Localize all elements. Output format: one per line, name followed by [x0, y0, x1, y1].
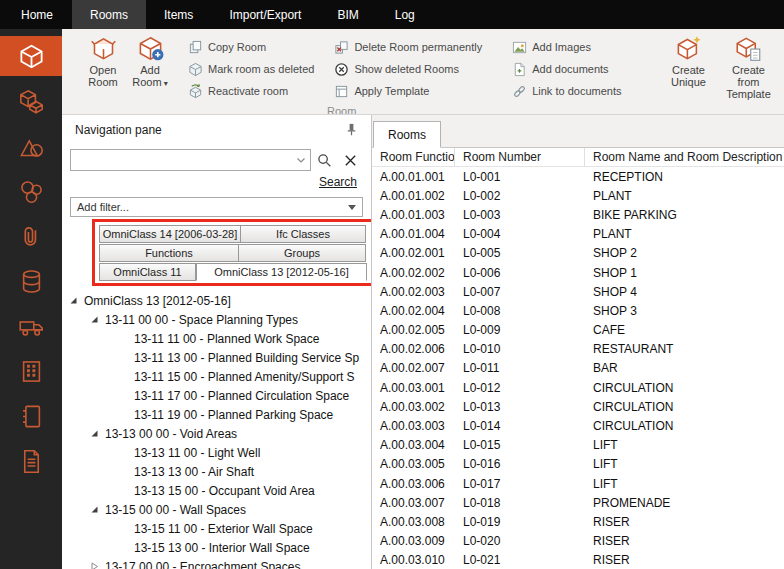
room-number-cell: L0-001 — [455, 170, 585, 184]
table-row[interactable]: A.00.02.004 L0-008 SHOP 3 — [372, 301, 784, 320]
apply-template-button[interactable]: Apply Template — [334, 83, 482, 99]
table-row[interactable]: A.00.03.005 L0-016 LIFT — [372, 455, 784, 474]
reactivate-room-button[interactable]: Reactivate room — [188, 83, 314, 99]
table-row[interactable]: A.00.03.008 L0-019 RISER — [372, 512, 784, 531]
add-room-button[interactable]: Add Room▾ — [129, 32, 171, 90]
table-row[interactable]: A.00.03.004 L0-015 LIFT — [372, 436, 784, 455]
sidebar-item-buildings[interactable] — [0, 351, 62, 391]
table-row[interactable]: A.00.03.010 L0-021 RISER — [372, 551, 784, 569]
tree-item[interactable]: 13-11 11 00 - Planned Work Space — [62, 329, 371, 348]
create-unique-button[interactable]: Create Unique — [659, 32, 717, 88]
column-header-room-name[interactable]: Room Name and Room Description — [585, 148, 784, 166]
tree-item[interactable]: 13-15 13 00 - Interior Wall Space — [62, 538, 371, 557]
table-row[interactable]: A.00.02.003 L0-007 SHOP 4 — [372, 282, 784, 301]
menu-item-items[interactable]: Items — [146, 0, 211, 29]
link-to-documents-button[interactable]: Link to documents — [512, 83, 621, 99]
column-header-room-number[interactable]: Room Number — [455, 148, 585, 166]
room-number-cell: L0-002 — [455, 189, 585, 203]
sidebar-item-data[interactable] — [0, 261, 62, 301]
tree-item[interactable]: 13-13 11 00 - Light Well — [62, 443, 371, 462]
add-filter-dropdown[interactable]: Add filter... — [70, 197, 363, 217]
pin-icon[interactable] — [344, 122, 359, 137]
add-images-button[interactable]: Add Images — [512, 39, 621, 55]
table-row[interactable]: A.00.03.007 L0-018 PROMENADE — [372, 493, 784, 512]
tab-omniclass-11[interactable]: OmniClass 11 — [99, 263, 196, 281]
tree-item[interactable]: 13-17 00 00 - Encroachment Spaces — [62, 557, 371, 569]
tree-item[interactable]: 13-11 17 00 - Planned Circulation Space — [62, 386, 371, 405]
sidebar-item-shapes[interactable] — [0, 126, 62, 166]
room-number-cell: L0-012 — [455, 381, 585, 395]
tree-item[interactable]: 13-13 15 00 - Occupant Void Area — [62, 481, 371, 500]
menu-item-bim[interactable]: BIM — [319, 0, 376, 29]
tree-item[interactable]: 13-11 15 00 - Planned Amenity/Support S — [62, 367, 371, 386]
search-history-chevron-icon[interactable] — [296, 157, 306, 164]
table-row[interactable]: A.00.02.007 L0-011 BAR — [372, 359, 784, 378]
expander-expanded-icon[interactable] — [69, 296, 78, 305]
sidebar-item-logistics[interactable] — [0, 306, 62, 346]
menu-item-log[interactable]: Log — [377, 0, 433, 29]
search-input[interactable] — [75, 153, 296, 167]
column-header-room-function[interactable]: Room Function #: — [372, 148, 455, 166]
tree-item-label: 13-15 13 00 - Interior Wall Space — [134, 541, 310, 555]
table-row[interactable]: A.00.03.002 L0-013 CIRCULATION — [372, 397, 784, 416]
room-name-cell: PLANT — [585, 189, 784, 203]
tab-omniclass-14[interactable]: OmniClass 14 [2006-03-28] — [99, 225, 241, 243]
tree-item[interactable]: 13-11 00 00 - Space Planning Types — [62, 310, 371, 329]
table-row[interactable]: A.00.02.002 L0-006 SHOP 1 — [372, 263, 784, 282]
tab-ifc-classes[interactable]: Ifc Classes — [240, 225, 366, 243]
menu-item-rooms[interactable]: Rooms — [72, 0, 146, 29]
sidebar-item-rooms[interactable] — [0, 36, 62, 76]
document-tabstrip: Rooms — [372, 115, 784, 148]
table-row[interactable]: A.00.02.005 L0-009 CAFE — [372, 321, 784, 340]
tree-item[interactable]: OmniClass 13 [2012-05-16] — [62, 291, 371, 310]
delete-room-permanently-button[interactable]: Delete Room permanently — [334, 39, 482, 55]
sidebar-item-attachments[interactable] — [0, 216, 62, 256]
menu-item-home[interactable]: Home — [0, 0, 72, 29]
tab-omniclass-13[interactable]: OmniClass 13 [2012-05-16] — [196, 263, 367, 281]
create-derived-label: Create Derived — [779, 64, 784, 88]
show-deleted-rooms-button[interactable]: Show deleted Rooms — [334, 61, 482, 77]
expander-expanded-icon[interactable] — [90, 315, 99, 324]
tree-item[interactable]: 13-13 13 00 - Air Shaft — [62, 462, 371, 481]
tree-item-label: 13-15 00 00 - Wall Spaces — [105, 503, 246, 517]
search-button[interactable] — [311, 149, 337, 171]
table-row[interactable]: A.00.02.001 L0-005 SHOP 2 — [372, 244, 784, 263]
sidebar-item-items[interactable] — [0, 81, 62, 121]
table-row[interactable]: A.00.01.003 L0-003 BIKE PARKING — [372, 205, 784, 224]
room-function-cell: A.00.02.005 — [372, 323, 455, 337]
table-row[interactable]: A.00.01.001 L0-001 RECEPTION — [372, 167, 784, 186]
expander-expanded-icon[interactable] — [90, 505, 99, 514]
tree-item[interactable]: 13-11 19 00 - Planned Parking Space — [62, 405, 371, 424]
table-row[interactable]: A.00.03.001 L0-012 CIRCULATION — [372, 378, 784, 397]
table-row[interactable]: A.00.03.006 L0-017 LIFT — [372, 474, 784, 493]
table-row[interactable]: A.00.01.004 L0-004 PLANT — [372, 225, 784, 244]
table-row[interactable]: A.00.03.003 L0-014 CIRCULATION — [372, 416, 784, 435]
add-documents-button[interactable]: Add documents — [512, 61, 621, 77]
tree-item[interactable]: 13-13 00 00 - Void Areas — [62, 424, 371, 443]
menu-item-import-export[interactable]: Import/Export — [211, 0, 319, 29]
tab-groups[interactable]: Groups — [238, 244, 366, 262]
room-function-cell: A.00.02.001 — [372, 246, 455, 260]
copy-room-button[interactable]: Copy Room — [188, 39, 314, 55]
tab-functions[interactable]: Functions — [99, 244, 239, 262]
table-row[interactable]: A.00.02.006 L0-010 RESTAURANT — [372, 340, 784, 359]
expander-collapsed-icon[interactable] — [90, 562, 99, 569]
table-row[interactable]: A.00.03.009 L0-020 RISER — [372, 532, 784, 551]
dropdown-arrow-icon: ▾ — [164, 79, 168, 88]
tree-item[interactable]: 13-11 13 00 - Planned Building Service S… — [62, 348, 371, 367]
tree-item[interactable]: 13-15 00 00 - Wall Spaces — [62, 500, 371, 519]
search-link[interactable]: Search — [319, 175, 357, 189]
table-row[interactable]: A.00.01.002 L0-002 PLANT — [372, 186, 784, 205]
create-derived-button[interactable]: Create Derived — [779, 32, 784, 88]
rooms-table-body: A.00.01.001 L0-001 RECEPTION A.00.01.002… — [372, 167, 784, 569]
open-room-button[interactable]: Open Room — [82, 32, 124, 88]
sidebar-item-catalog[interactable] — [0, 396, 62, 436]
expander-expanded-icon[interactable] — [90, 429, 99, 438]
tree-item[interactable]: 13-15 11 00 - Exterior Wall Space — [62, 519, 371, 538]
create-from-template-button[interactable]: Create from Template — [719, 32, 777, 100]
mark-room-deleted-button[interactable]: Mark room as deleted — [188, 61, 314, 77]
clear-search-button[interactable] — [337, 149, 363, 171]
sidebar-item-notes[interactable] — [0, 441, 62, 481]
tab-rooms[interactable]: Rooms — [373, 121, 441, 148]
sidebar-item-spheres[interactable] — [0, 171, 62, 211]
